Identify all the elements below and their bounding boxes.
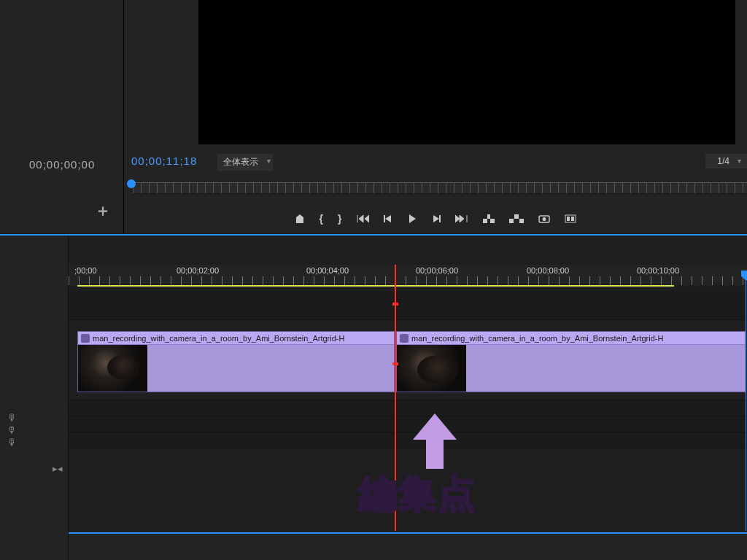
program-monitor: 00;00;11;18 全体表示 ▾ 1/4 ▾ { }	[124, 0, 747, 233]
ruler-label: 00;00;08;00	[527, 266, 569, 275]
svg-rect-7	[519, 219, 524, 223]
audio-track-3[interactable]	[69, 432, 747, 448]
clip-name: man_recording_with_camera_in_a_room_by_A…	[411, 334, 663, 343]
timeline-panel: 🎙 🎙 🎙 ▸◂ ;00;00 00;00;02;00 00;00;04;00 …	[0, 234, 747, 560]
program-scrub-bar[interactable]	[124, 178, 747, 197]
ruler-label: ;00;00	[74, 266, 97, 275]
svg-rect-1	[439, 215, 441, 222]
audio-track-1[interactable]	[69, 400, 747, 416]
timeline-tracks-area[interactable]: ;00;00 00;00;02;00 00;00;04;00 00;00;06;…	[69, 236, 747, 560]
clip[interactable]: man_recording_with_camera_in_a_room_by_A…	[77, 331, 395, 392]
clip-header: man_recording_with_camera_in_a_room_by_A…	[78, 332, 394, 345]
app-root: 00;00;00;00 ＋ 00;00;11;18 全体表示 ▾ 1/4 ▾	[0, 0, 747, 560]
zoom-fit-label: 全体表示	[223, 157, 258, 167]
source-timecode[interactable]: 00;00;00;00	[29, 158, 95, 171]
step-forward-button[interactable]	[432, 214, 441, 223]
audio-track-headers: 🎙 🎙 🎙	[0, 412, 17, 448]
step-back-button[interactable]	[384, 214, 392, 223]
program-timecode[interactable]: 00;00;11;18	[131, 155, 197, 167]
ruler-label: 00;00;04;00	[306, 266, 349, 275]
add-media-button[interactable]: ＋	[95, 200, 111, 222]
ruler-label: 00;00;02;00	[177, 266, 219, 275]
svg-point-9	[543, 217, 546, 221]
svg-rect-2	[483, 219, 487, 223]
ruler-label: 00;00;10;00	[637, 266, 679, 275]
fx-badge-icon[interactable]	[81, 334, 90, 343]
chevron-down-icon: ▾	[267, 157, 271, 165]
voiceover-record-icon[interactable]: 🎙	[7, 412, 17, 423]
svg-rect-5	[509, 219, 514, 223]
add-marker-button[interactable]	[295, 214, 305, 224]
export-frame-button[interactable]	[538, 214, 550, 223]
svg-rect-6	[514, 214, 519, 219]
mark-out-button[interactable]: }	[338, 213, 341, 225]
clip-thumbnail	[78, 345, 147, 392]
program-scrub-playhead[interactable]	[127, 179, 136, 188]
program-preview[interactable]	[198, 0, 735, 144]
svg-rect-4	[487, 214, 490, 219]
lift-button[interactable]	[483, 214, 495, 223]
playhead[interactable]	[746, 278, 746, 531]
zoom-fit-select[interactable]: 全体表示	[217, 154, 273, 171]
go-to-in-button[interactable]	[356, 214, 369, 223]
button-editor-button[interactable]	[565, 214, 576, 223]
playback-resolution-label: 1/4	[717, 156, 729, 166]
clip[interactable]: man_recording_with_camera_in_a_room_by_A…	[396, 331, 746, 392]
ruler-ticks	[69, 276, 747, 285]
transport-controls: { }	[124, 206, 747, 232]
clip-header: man_recording_with_camera_in_a_room_by_A…	[397, 332, 745, 345]
ruler-label: 00;00;06;00	[416, 266, 458, 275]
svg-rect-12	[571, 217, 574, 221]
timeline-footer	[69, 534, 747, 560]
ruler-labels: ;00;00 00;00;02;00 00;00;04;00 00;00;06;…	[69, 266, 747, 276]
snap-toggle-icon[interactable]: ▸◂	[53, 463, 63, 474]
track-header-column: 🎙 🎙 🎙 ▸◂	[0, 236, 69, 560]
chevron-down-icon: ▾	[738, 157, 741, 165]
voiceover-record-icon[interactable]: 🎙	[7, 424, 17, 435]
svg-rect-11	[567, 217, 570, 221]
fx-badge-icon[interactable]	[400, 334, 409, 343]
program-scrub-ticks	[133, 182, 747, 194]
svg-rect-0	[384, 215, 385, 222]
go-to-out-button[interactable]	[455, 214, 468, 223]
time-ruler[interactable]: ;00;00 00;00;02;00 00;00;04;00 00;00;06;…	[69, 265, 747, 285]
clip-thumbnail	[397, 345, 466, 392]
svg-rect-3	[490, 219, 495, 223]
source-monitor: 00;00;00;00 ＋	[0, 0, 124, 233]
voiceover-record-icon[interactable]: 🎙	[7, 437, 17, 448]
mark-in-button[interactable]: {	[320, 213, 323, 225]
monitor-row: 00;00;00;00 ＋ 00;00;11;18 全体表示 ▾ 1/4 ▾	[0, 0, 747, 233]
extract-button[interactable]	[509, 214, 524, 223]
video-track-2[interactable]	[69, 291, 747, 320]
work-area-bar[interactable]	[77, 285, 674, 289]
play-button[interactable]	[407, 214, 417, 224]
annotation-label: 編集点	[359, 469, 477, 520]
audio-track-2[interactable]	[69, 416, 747, 432]
clip-name: man_recording_with_camera_in_a_room_by_A…	[93, 334, 344, 343]
annotation-arrow-icon	[413, 413, 457, 472]
